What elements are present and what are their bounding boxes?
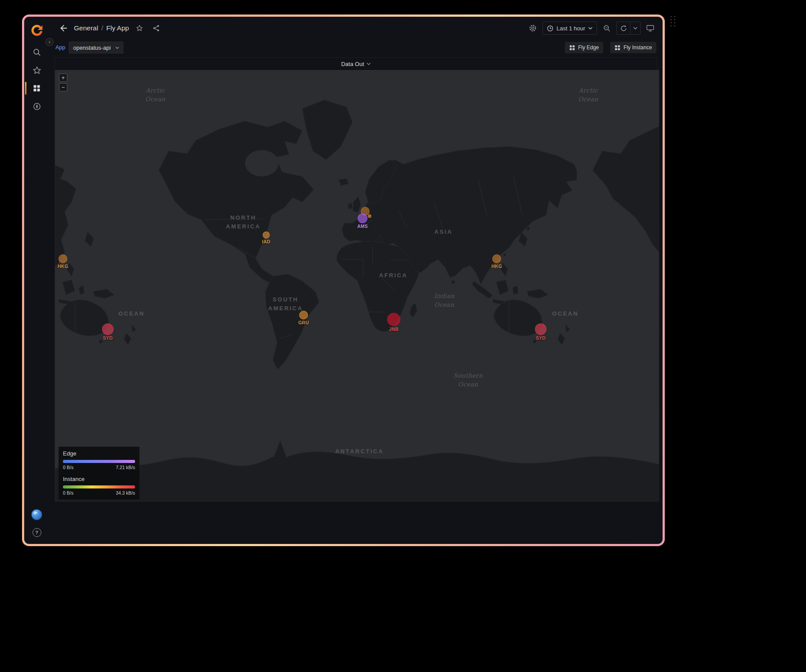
legend-title: Instance bbox=[63, 476, 135, 482]
app-variable-value: openstatus-api bbox=[73, 44, 110, 51]
time-range-picker[interactable]: Last 1 hour bbox=[542, 22, 597, 35]
grafana-logo-icon bbox=[30, 24, 44, 37]
compass-icon bbox=[33, 102, 41, 111]
map-marker-hkg[interactable] bbox=[492, 254, 501, 263]
zoom-out-time-button[interactable] bbox=[601, 22, 613, 34]
legend-max: 7.21 kB/s bbox=[116, 465, 135, 470]
legend-max: 34.3 kB/s bbox=[116, 490, 135, 496]
grafana-window: ? › General / Fly App bbox=[24, 17, 663, 544]
instance-gradient-bar bbox=[63, 485, 135, 488]
time-range-label: Last 1 hour bbox=[557, 25, 585, 32]
header-actions: Last 1 hour bbox=[527, 22, 656, 35]
refresh-icon bbox=[620, 25, 627, 32]
map-zoom-controls: + − bbox=[59, 73, 67, 92]
apps-small-icon bbox=[615, 45, 620, 51]
map-marker-iad[interactable] bbox=[263, 231, 270, 239]
star-outline-icon bbox=[136, 25, 143, 32]
chevron-down-icon bbox=[115, 46, 119, 49]
chevron-down-icon bbox=[366, 62, 371, 66]
monitor-icon bbox=[646, 24, 654, 32]
dashboard-settings-button[interactable] bbox=[527, 22, 539, 34]
dashboard-header: General / Fly App bbox=[49, 17, 663, 40]
chevron-down-icon bbox=[588, 26, 593, 30]
edge-gradient-bar bbox=[63, 460, 135, 463]
map-marker-jnb[interactable] bbox=[387, 313, 400, 326]
basemap bbox=[55, 70, 659, 501]
sidebar: ? bbox=[24, 17, 49, 544]
dashboard-link-fly-instance[interactable]: Fly Instance bbox=[610, 42, 656, 53]
refresh-button[interactable] bbox=[617, 22, 630, 34]
map-marker-gru[interactable] bbox=[299, 311, 308, 319]
world-map[interactable]: + − Arctic OceanArctic OceanNORTH AMERIC… bbox=[55, 70, 659, 501]
panel-title-bar[interactable]: Data Out bbox=[55, 58, 657, 70]
map-marker-syd[interactable] bbox=[535, 323, 546, 335]
breadcrumb-page: Fly App bbox=[106, 24, 129, 32]
submenu-bar: App openstatus-api Fly Edge bbox=[49, 40, 663, 55]
breadcrumb-section[interactable]: General bbox=[74, 24, 98, 32]
map-marker-syd[interactable] bbox=[102, 323, 114, 335]
app-variable-select[interactable]: openstatus-api bbox=[69, 41, 123, 54]
breadcrumb: General / Fly App bbox=[74, 24, 129, 32]
refresh-control bbox=[616, 22, 641, 35]
chevron-down-icon bbox=[633, 26, 637, 30]
map-marker-hkg[interactable] bbox=[59, 254, 67, 263]
dashboard-link-label: Fly Edge bbox=[578, 44, 599, 51]
back-arrow-icon bbox=[59, 24, 68, 33]
app-window-frame: ? › General / Fly App bbox=[22, 15, 665, 546]
dashboard-link-label: Fly Instance bbox=[623, 44, 652, 51]
back-button[interactable] bbox=[57, 22, 70, 34]
dashboard-links: Fly Edge Fly Instance bbox=[565, 42, 656, 53]
share-icon bbox=[153, 25, 160, 32]
sidebar-item-search[interactable] bbox=[24, 43, 49, 61]
variable-label: App bbox=[55, 44, 65, 51]
main-area: General / Fly App bbox=[49, 17, 663, 544]
star-icon bbox=[33, 66, 41, 75]
sidebar-item-starred[interactable] bbox=[24, 61, 49, 79]
geomap-panel: Data Out bbox=[55, 57, 657, 502]
map-zoom-out-button[interactable]: − bbox=[59, 83, 67, 92]
tv-mode-button[interactable] bbox=[644, 22, 656, 34]
clock-icon bbox=[547, 25, 553, 32]
search-icon bbox=[33, 48, 41, 57]
legend-min: 0 B/s bbox=[63, 465, 73, 470]
magnifier-minus-icon bbox=[603, 25, 611, 32]
refresh-interval-dropdown[interactable] bbox=[630, 22, 640, 34]
chevron-right-icon: › bbox=[49, 40, 50, 44]
share-dashboard-button[interactable] bbox=[150, 22, 162, 34]
map-zoom-in-button[interactable]: + bbox=[59, 73, 67, 82]
sidebar-item-explore[interactable] bbox=[24, 97, 49, 115]
apps-icon bbox=[33, 84, 41, 92]
grafana-logo[interactable] bbox=[29, 23, 44, 38]
legend-min: 0 B/s bbox=[63, 490, 73, 496]
favorite-dashboard-button[interactable] bbox=[133, 22, 146, 34]
dashboard-link-fly-edge[interactable]: Fly Edge bbox=[565, 42, 603, 53]
gear-icon bbox=[529, 24, 537, 32]
legend-section-instance: Instance 0 B/s 34.3 kB/s bbox=[63, 476, 135, 496]
org-avatar[interactable] bbox=[31, 509, 42, 520]
help-glyph: ? bbox=[35, 530, 38, 535]
legend-section-edge: Edge 0 B/s 7.21 kB/s bbox=[63, 450, 135, 470]
sidebar-item-dashboards[interactable] bbox=[24, 79, 49, 97]
window-drag-handle bbox=[670, 16, 676, 26]
panel-title: Data Out bbox=[341, 61, 364, 67]
legend-title: Edge bbox=[63, 450, 135, 457]
map-marker-ams[interactable] bbox=[358, 213, 367, 223]
map-marker[interactable] bbox=[368, 214, 371, 218]
expand-sidebar-button[interactable]: › bbox=[45, 38, 54, 46]
breadcrumb-separator: / bbox=[101, 24, 103, 32]
map-legend: Edge 0 B/s 7.21 kB/s Instance 0 B/s bbox=[59, 447, 139, 499]
help-button[interactable]: ? bbox=[33, 528, 41, 537]
apps-small-icon bbox=[569, 45, 575, 51]
